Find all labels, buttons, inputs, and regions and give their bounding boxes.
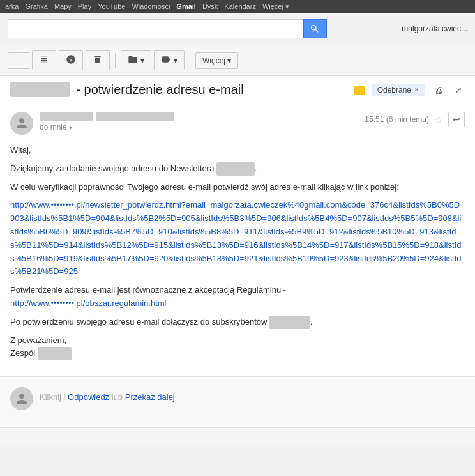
expand-icon[interactable]: ⤢ — [452, 84, 465, 96]
nav-item-grafika[interactable]: Grafika — [25, 3, 47, 10]
body-paragraph-2: W celu weryfikacji poprawności Twojego a… — [10, 181, 465, 194]
separator — [115, 53, 116, 68]
tag-icon — [161, 54, 171, 66]
email-subject-blurred — [10, 82, 70, 97]
body-paragraph-4: Po potwierdzeniu swojego adresu e-mail d… — [10, 316, 465, 329]
search-input-wrap — [8, 19, 327, 38]
label-yellow-icon — [354, 86, 365, 95]
archive-icon — [39, 54, 49, 66]
email-view: - potwierdzenie adresu e-mail Odebrane ✕… — [0, 76, 475, 445]
verification-link[interactable]: http://www.••••••••.pl/newsletter_potwie… — [10, 200, 465, 276]
reply-area: Kliknij i Odpowiedz lub Przekaż dalej — [0, 376, 475, 427]
nav-item-wiecej[interactable]: Więcej ▾ — [262, 3, 289, 11]
more-label: Więcej ▾ — [202, 56, 231, 65]
reply-avatar — [10, 387, 33, 410]
nav-item-youtube[interactable]: YouTube — [98, 3, 125, 10]
email-message: do mnie ▾ 15:51 (6 min temu) ☆ ↩ Witaj, … — [0, 104, 475, 376]
nav-item-mapy[interactable]: Mapy — [54, 3, 72, 10]
reply-button-header[interactable]: ↩ — [448, 112, 465, 127]
separator2 — [190, 53, 190, 68]
sender-avatar — [10, 112, 33, 135]
to-label: do mnie — [40, 123, 67, 132]
tag-close-button[interactable]: ✕ — [414, 86, 419, 94]
folder-button[interactable]: ▾ — [121, 50, 151, 70]
email-sender-line — [40, 112, 365, 121]
print-icon[interactable]: 🖨 — [432, 84, 446, 96]
body-greeting: Witaj, — [10, 144, 465, 157]
email-meta: do mnie ▾ — [40, 112, 365, 132]
folder-icon — [128, 54, 138, 66]
spam-button[interactable] — [59, 50, 83, 70]
to-dropdown[interactable]: ▾ — [69, 124, 72, 131]
email-body: Witaj, Dziękujemy za dodanie swojego adr… — [10, 141, 465, 368]
email-to-line: do mnie ▾ — [40, 123, 365, 132]
body-closing: Z poważaniem,Zespół — [10, 334, 465, 361]
email-time: 15:51 (6 min temu) — [365, 115, 429, 124]
folder-dropdown-arrow: ▾ — [140, 56, 144, 65]
bottom-bar — [0, 427, 475, 445]
email-subject: - potwierdzenie adresu e-mail — [76, 82, 344, 97]
sender-addr-blurred — [96, 112, 174, 121]
back-icon: ← — [15, 56, 22, 65]
tag-label: Odebrane — [377, 86, 411, 95]
nav-item-kalendarz[interactable]: Kalendarz — [224, 3, 256, 10]
back-button[interactable]: ← — [8, 52, 29, 69]
sender-name-blurred — [40, 112, 93, 121]
reply-click-text: Kliknij i — [40, 392, 68, 402]
search-input[interactable] — [8, 19, 303, 38]
reply-person-icon — [15, 392, 28, 405]
delete-icon — [93, 54, 103, 66]
reply-placeholder: Kliknij i Odpowiedz lub Przekaż dalej — [40, 387, 175, 402]
nav-item-gmail[interactable]: Gmail — [176, 3, 196, 10]
delete-button[interactable] — [86, 50, 110, 70]
tag-button[interactable]: ▾ — [154, 50, 185, 70]
star-icon[interactable]: ☆ — [434, 114, 443, 126]
email-time-area: 15:51 (6 min temu) ☆ ↩ — [365, 112, 465, 127]
forward-link[interactable]: Przekaż dalej — [125, 392, 175, 402]
search-button[interactable] — [303, 19, 327, 38]
top-navigation: arka Grafika Mapy Play YouTube Wiadomośc… — [0, 0, 475, 13]
archive-button[interactable] — [32, 50, 56, 70]
user-email: malgorzata.cwiec... — [402, 24, 467, 33]
search-bar-area: malgorzata.cwiec... — [0, 13, 475, 45]
email-subject-bar: - potwierdzenie adresu e-mail Odebrane ✕… — [0, 76, 475, 104]
nav-item-wiadomosci[interactable]: Wiadomości — [132, 3, 170, 10]
reply-link[interactable]: Odpowiedz — [68, 392, 109, 402]
email-tag-odebrane: Odebrane ✕ — [372, 84, 425, 96]
body-paragraph-3: Potwierdzenie adresu e-mail jest równozn… — [10, 284, 465, 311]
more-button[interactable]: Więcej ▾ — [195, 52, 238, 69]
body-paragraph-1: Dziękujemy za dodanie swojego adresu do … — [10, 162, 465, 176]
nav-item-dysk[interactable]: Dysk — [202, 3, 218, 10]
tag-dropdown-arrow: ▾ — [174, 56, 177, 65]
toolbar: ← ▾ ▾ Więcej ▾ — [0, 45, 475, 76]
email-header: do mnie ▾ 15:51 (6 min temu) ☆ ↩ — [10, 112, 465, 135]
info-icon — [66, 54, 76, 66]
person-icon — [15, 117, 28, 130]
body-link-container: http://www.••••••••.pl/newsletter_potwie… — [10, 199, 465, 279]
search-icon — [310, 24, 320, 34]
nav-item-arka[interactable]: arka — [5, 3, 19, 10]
regulamin-link[interactable]: http://www.••••••••.pl/obszar.regulamin.… — [10, 298, 167, 308]
reply-or-text: lub — [112, 392, 125, 402]
nav-item-play[interactable]: Play — [78, 3, 91, 10]
